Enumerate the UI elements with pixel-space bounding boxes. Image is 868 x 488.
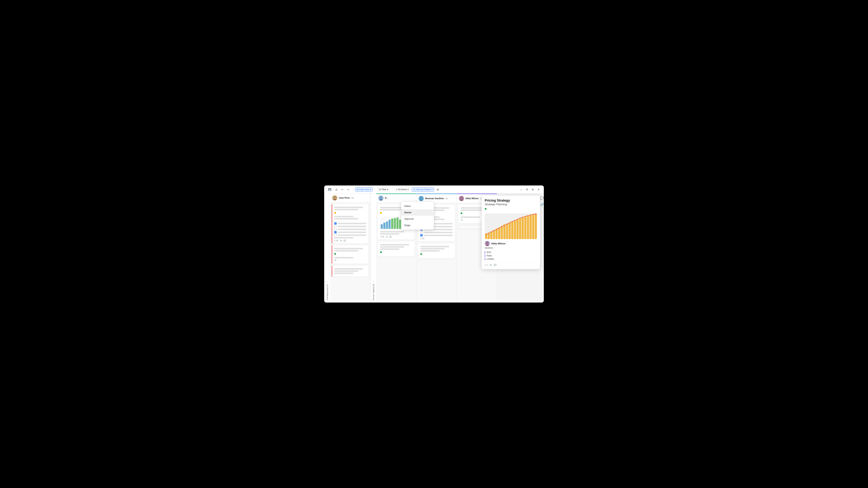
redo-btn[interactable]: ↪ [346,187,350,192]
task-count: ≡ 3/5 [420,237,425,239]
card-jose-2[interactable]: 📎 [332,245,369,264]
card-jose-3[interactable] [332,265,369,277]
svg-point-6 [460,196,463,199]
card-line [380,233,399,235]
filter-label: Filter [381,188,386,191]
checkbox[interactable] [334,228,337,230]
card-seoras-2[interactable] [378,241,415,257]
card-line [424,232,453,233]
svg-rect-25 [527,215,529,239]
filter-icon: ⊟ [379,188,381,191]
save-icon-btn[interactable]: 💾 [327,187,333,192]
checkbox[interactable] [334,234,337,236]
toolbar: 💾 🖨 ↩ ↪ ⊞ Card View ▾ ⊟ Filter ▾ ≡ All l… [324,186,544,194]
seoras-arrow: → [372,281,374,283]
checkbox-row [334,231,366,233]
svg-rect-11 [490,231,492,239]
task-count: ≡ 0/5 [380,236,384,238]
col-name-seoras: Seoras Jagoda (5) [372,284,374,300]
attachment-icon: 📎 [386,236,388,238]
card-line [334,272,353,274]
checkbox-row [334,222,366,225]
status-dot [420,253,422,255]
checkbox[interactable] [334,222,337,225]
view-by-dropdown: Status Owner Approval Stage [401,201,434,230]
detail-comment-icon: 💬 [494,264,496,266]
card-line [334,207,363,208]
card-line [334,218,358,220]
checkbox[interactable] [334,231,337,233]
card-footer: ≡ 3/5 [420,237,453,239]
tag-bar [485,258,485,260]
card-line [334,257,353,258]
filter-chevron: ▾ [387,188,388,191]
svg-rect-23 [522,217,524,239]
window-gear-btn[interactable]: ⚙ [530,187,535,192]
detail-date: 08/20/21 [485,247,537,249]
grid-icon: ⊞ [437,188,439,191]
dropdown-item-status[interactable]: Status [401,203,434,209]
checkbox[interactable] [420,234,423,236]
col-seoras[interactable]: Seoras Jagoda (5) → [370,194,376,302]
checkbox[interactable] [334,225,337,228]
card-line [338,229,366,230]
card-brennan-2[interactable] [418,243,455,258]
checkbox-row [334,225,366,228]
card-jose-1[interactable]: ≡ 2/5 📎 💬 [332,204,369,243]
card-footer: ≡ 2/5 📎 💬 [334,239,366,241]
window-split-btn[interactable]: ⧉ [525,187,529,192]
view-by-btn[interactable]: ⊡ View by Owner ▾ [412,187,434,192]
card-line [420,250,440,252]
window-close-btn[interactable]: ✕ [536,187,541,192]
card-view-icon: ⊞ [356,188,359,191]
sidebar-arrow: ↑ [326,282,329,283]
col-count-jose: (6) [351,197,354,199]
grid-view-btn[interactable]: ⊞ [436,187,440,192]
view-by-label: View by Owner [416,188,431,191]
attachment-icon-small: 📎 [461,219,463,221]
svg-rect-24 [524,216,526,239]
window-min-btn[interactable]: — [519,187,524,192]
svg-rect-12 [493,230,495,239]
svg-rect-17 [506,224,508,239]
svg-rect-22 [519,218,521,239]
comment-panel-icon[interactable]: 💬 [540,196,544,200]
checkbox[interactable] [420,231,423,234]
detail-tag-london: London [485,258,537,260]
task-count: ≡ 2/5 [334,239,338,241]
col-name-brennan: Brennan Gardiner [425,197,444,200]
redo-icon: ↪ [347,188,349,191]
col-header-seoras2: P... [376,194,416,203]
svg-rect-14 [498,227,500,239]
detail-owner-row: Hilda Wilson [485,241,537,246]
svg-rect-8 [485,214,537,239]
card-view-btn[interactable]: ⊞ Card View ▾ [355,187,373,192]
status-dot [334,253,336,255]
col-name-seoras2: P... [385,197,388,199]
svg-point-31 [486,241,489,244]
card-line [420,246,450,247]
card-line [461,216,480,218]
card-line [334,216,353,217]
print-icon-btn[interactable]: 🖨 [334,187,339,192]
avatar-hilda [459,196,464,201]
svg-rect-16 [503,224,505,239]
dropdown-item-owner[interactable]: Owner [401,209,434,216]
card-line [334,270,358,272]
card-line [334,250,358,252]
attachment-icon: 📎 [340,239,342,241]
checkbox-row [420,234,453,236]
toolbar-right: — ⧉ ⚙ ✕ [519,187,541,192]
dropdown-item-approval[interactable]: Approval [401,216,434,222]
checkbox-row [334,234,366,236]
undo-btn[interactable]: ↩ [340,187,344,192]
card-line [380,244,409,246]
levels-btn[interactable]: ≡ All levels ▾ [395,187,410,192]
link-panel-icon[interactable]: 🔗 [540,202,544,207]
filter-btn[interactable]: ⊟ Filter ▾ [377,187,390,192]
tag-label-london: London [487,258,494,260]
dropdown-item-stage[interactable]: Stage [401,222,434,228]
col-count-brennan: (4) [445,197,448,200]
card-line [334,268,363,270]
detail-subtitle: Strategic Planning [485,203,537,206]
